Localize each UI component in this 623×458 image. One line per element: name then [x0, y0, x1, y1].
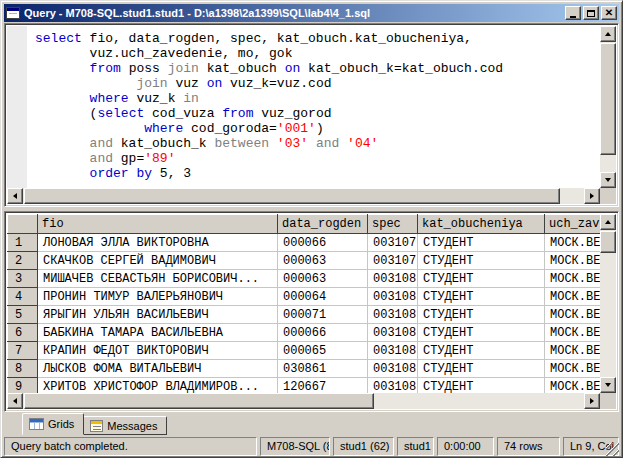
editor-vscroll-thumb[interactable]	[600, 43, 616, 155]
grid-cell[interactable]: СТУДЕНТ	[418, 270, 545, 288]
table-row[interactable]: 7КРАПИН ФЕДОТ ВИКТОРОВИЧ000065003108СТУД…	[8, 342, 601, 360]
grid-cell[interactable]: СТУДЕНТ	[418, 252, 545, 270]
code-line[interactable]: (select cod_vuza from vuz_gorod	[35, 106, 600, 121]
code-line[interactable]: join vuz on vuz_k=vuz.cod	[35, 76, 600, 91]
sql-editor[interactable]: select fio, data_rogden, spec, kat_obuch…	[27, 26, 600, 188]
grid-cell[interactable]: 000071	[278, 306, 368, 324]
grid-vscroll-thumb[interactable]	[600, 231, 616, 253]
column-header[interactable]: data_rogden	[278, 215, 368, 234]
grid-cell[interactable]: МОСК.ВЕТ	[545, 252, 601, 270]
grid-cell[interactable]: МОСК.ВЕТ	[545, 378, 601, 394]
editor-scroll-up-button[interactable]	[600, 26, 616, 42]
code-line[interactable]: and kat_obuch_k between '03' and '04'	[35, 136, 600, 151]
table-row[interactable]: 4ПРОНИН ТИМУР ВАЛЕРЬЯНОВИЧ000064003108СТ…	[8, 288, 601, 306]
grid-cell[interactable]: 003107	[368, 252, 418, 270]
grid-scroll-left-button[interactable]	[7, 393, 23, 409]
title-bar[interactable]: Query - M708-SQL.stud1.stud1 - D:\a1398\…	[4, 4, 619, 22]
grid-cell[interactable]: 003108	[368, 288, 418, 306]
close-button[interactable]: ✕	[601, 6, 617, 20]
code-line[interactable]: and gp='89'	[35, 151, 600, 166]
grid-cell[interactable]: МОСК.ВЕТ	[545, 288, 601, 306]
editor-horizontal-scrollbar[interactable]	[7, 188, 600, 204]
grid-cell[interactable]: ХРИТОВ ХРИСТОФОР ВЛАДИМИРОВ...	[38, 378, 278, 394]
grid-cell[interactable]: 000063	[278, 252, 368, 270]
grid-cell[interactable]: 000064	[278, 288, 368, 306]
grid-cell[interactable]: 030861	[278, 360, 368, 378]
row-number[interactable]: 8	[8, 360, 38, 378]
grid-cell[interactable]: СТУДЕНТ	[418, 324, 545, 342]
grid-cell[interactable]: СТУДЕНТ	[418, 342, 545, 360]
editor-scroll-left-button[interactable]	[7, 188, 23, 204]
editor-scroll-down-button[interactable]	[600, 172, 616, 188]
column-header[interactable]: fio	[38, 215, 278, 234]
column-header[interactable]: kat_obucheniya	[418, 215, 545, 234]
editor-scroll-right-button[interactable]	[584, 188, 600, 204]
grid-hscroll-thumb[interactable]	[24, 393, 374, 409]
grid-cell[interactable]: 003108	[368, 324, 418, 342]
code-line[interactable]: vuz.uch_zavedenie, mo, gok	[35, 46, 600, 61]
row-number[interactable]: 4	[8, 288, 38, 306]
grid-cell[interactable]: ЛЫСКОВ ФОМА ВИТАЛЬЕВИЧ	[38, 360, 278, 378]
column-header[interactable]: spec	[368, 215, 418, 234]
table-row[interactable]: 5ЯРЫГИН УЛЬЯН ВАСИЛЬЕВИЧ000071003108СТУД…	[8, 306, 601, 324]
code-line[interactable]: where cod_goroda='001')	[35, 121, 600, 136]
grid-cell[interactable]: СТУДЕНТ	[418, 378, 545, 394]
row-number[interactable]: 2	[8, 252, 38, 270]
table-row[interactable]: 1ЛОНОВАЯ ЭЛЛА ВИКТОРОВНА000066003107СТУД…	[8, 234, 601, 252]
row-number[interactable]: 9	[8, 378, 38, 394]
editor-hscroll-thumb[interactable]	[24, 188, 560, 204]
grid-cell[interactable]: 003108	[368, 378, 418, 394]
grid-cell[interactable]: ПРОНИН ТИМУР ВАЛЕРЬЯНОВИЧ	[38, 288, 278, 306]
code-line[interactable]: select fio, data_rogden, spec, kat_obuch…	[35, 31, 600, 46]
minimize-button[interactable]	[565, 6, 581, 20]
grid-horizontal-scrollbar[interactable]	[7, 393, 600, 409]
tab-grids[interactable]: Grids	[22, 413, 84, 435]
editor-vertical-scrollbar[interactable]	[600, 26, 616, 188]
grid-vertical-scrollbar[interactable]	[600, 214, 616, 393]
column-header[interactable]: uch_zave	[545, 215, 601, 234]
table-row[interactable]: 6БАБКИНА ТАМАРА ВАСИЛЬЕВНА000066003108СТ…	[8, 324, 601, 342]
code-line[interactable]: from poss join kat_obuch on kat_obuch_k=…	[35, 61, 600, 76]
grid-cell[interactable]: СТУДЕНТ	[418, 306, 545, 324]
maximize-button[interactable]	[583, 6, 599, 20]
row-number[interactable]: 7	[8, 342, 38, 360]
grid-cell[interactable]: ЛОНОВАЯ ЭЛЛА ВИКТОРОВНА	[38, 234, 278, 252]
code-line[interactable]: order by 5, 3	[35, 166, 600, 181]
grid-cell[interactable]: КРАПИН ФЕДОТ ВИКТОРОВИЧ	[38, 342, 278, 360]
grid-cell[interactable]: 003108	[368, 342, 418, 360]
grid-scroll-down-button[interactable]	[600, 377, 616, 393]
grid-cell[interactable]: МИШАЧЕВ СЕВАСТЬЯН БОРИСОВИЧ...	[38, 270, 278, 288]
grid-cell[interactable]: ЯРЫГИН УЛЬЯН ВАСИЛЬЕВИЧ	[38, 306, 278, 324]
row-number[interactable]: 6	[8, 324, 38, 342]
grid-cell[interactable]: 000065	[278, 342, 368, 360]
code-line[interactable]: where vuz_k in	[35, 91, 600, 106]
grid-cell[interactable]: МОСК.ВЕТ	[545, 306, 601, 324]
resize-grip[interactable]	[606, 443, 619, 456]
grid-cell[interactable]: 120667	[278, 378, 368, 394]
tab-messages[interactable]: Messages	[83, 416, 167, 435]
select-all-header[interactable]	[8, 215, 38, 234]
grid-cell[interactable]: 003108	[368, 306, 418, 324]
grid-scroll-right-button[interactable]	[584, 393, 600, 409]
grid-cell[interactable]: МОСК.ВЕТ	[545, 342, 601, 360]
row-number[interactable]: 1	[8, 234, 38, 252]
grid-cell[interactable]: 003108	[368, 270, 418, 288]
grid-cell[interactable]: МОСК.ВЕТ	[545, 270, 601, 288]
grid-cell[interactable]: БАБКИНА ТАМАРА ВАСИЛЬЕВНА	[38, 324, 278, 342]
grid-cell[interactable]: 003107	[368, 234, 418, 252]
grid-cell[interactable]: МОСК.ВЕТ	[545, 324, 601, 342]
row-number[interactable]: 5	[8, 306, 38, 324]
grid-cell[interactable]: СТУДЕНТ	[418, 234, 545, 252]
grid-cell[interactable]: СТУДЕНТ	[418, 360, 545, 378]
table-row[interactable]: 2СКАЧКОВ СЕРГЕЙ ВАДИМОВИЧ000063003107СТУ…	[8, 252, 601, 270]
table-row[interactable]: 3МИШАЧЕВ СЕВАСТЬЯН БОРИСОВИЧ...000063003…	[8, 270, 601, 288]
table-row[interactable]: 9ХРИТОВ ХРИСТОФОР ВЛАДИМИРОВ...120667003…	[8, 378, 601, 394]
table-row[interactable]: 8ЛЫСКОВ ФОМА ВИТАЛЬЕВИЧ030861003108СТУДЕ…	[8, 360, 601, 378]
grid-scroll-up-button[interactable]	[600, 214, 616, 230]
grid-cell[interactable]: 003108	[368, 360, 418, 378]
grid-cell[interactable]: 000063	[278, 270, 368, 288]
grid-cell[interactable]: 000066	[278, 234, 368, 252]
grid-cell[interactable]: МОСК.ВЕТ	[545, 234, 601, 252]
grid-cell[interactable]: СТУДЕНТ	[418, 288, 545, 306]
row-number[interactable]: 3	[8, 270, 38, 288]
